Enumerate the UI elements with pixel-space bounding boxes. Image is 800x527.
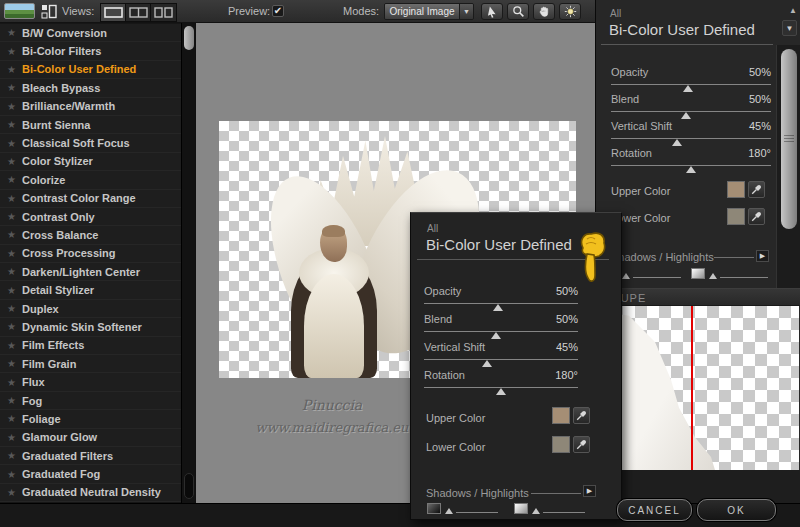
filter-list-item[interactable]: ★ Flux [0,373,181,391]
upper-color-swatch[interactable] [727,181,745,198]
filter-list-item[interactable]: ★ Graduated Fog [0,465,181,483]
upper-color-eyedropper-button[interactable] [748,181,765,198]
star-icon[interactable]: ★ [7,358,22,369]
pan-tool-button[interactable] [533,3,555,20]
star-icon[interactable]: ★ [7,82,22,93]
filter-list-item[interactable]: ★ Bi-Color User Defined [0,61,181,79]
filter-list-scrollbar[interactable] [181,23,195,503]
filter-list-item[interactable]: ★ Burnt Sienna [0,116,181,134]
filter-list-item[interactable]: ★ Graduated Filters [0,447,181,465]
slider-track[interactable] [424,359,578,360]
lower-color-swatch[interactable] [727,208,745,225]
star-icon[interactable]: ★ [7,321,22,332]
lightbulb-tool-button[interactable] [559,3,581,20]
highlight-slider-track[interactable] [543,512,585,513]
panel-scrollbar[interactable] [776,45,800,288]
star-icon[interactable]: ★ [7,285,22,296]
slider-track[interactable] [611,138,771,139]
shadow-slider-thumb[interactable] [622,273,630,279]
slider-thumb[interactable] [496,388,506,395]
star-icon[interactable]: ★ [7,229,22,240]
star-icon[interactable]: ★ [7,64,22,75]
star-icon[interactable]: ★ [7,340,22,351]
star-icon[interactable]: ★ [7,156,22,167]
filter-list-item[interactable]: ★ Duplex [0,300,181,318]
filter-list-item[interactable]: ★ Foliage [0,410,181,428]
star-icon[interactable]: ★ [7,377,22,388]
star-icon[interactable]: ★ [7,46,22,57]
star-icon[interactable]: ★ [7,450,22,461]
shadows-highlights-expander[interactable]: ▶ [583,485,596,497]
star-icon[interactable]: ★ [7,487,22,498]
star-icon[interactable]: ★ [7,211,22,222]
star-icon[interactable]: ★ [7,303,22,314]
slider-thumb[interactable] [686,166,696,173]
star-icon[interactable]: ★ [7,138,22,149]
star-icon[interactable]: ★ [7,174,22,185]
star-icon[interactable]: ★ [7,266,22,277]
ok-button[interactable]: OK [697,499,776,521]
scroll-up-button[interactable]: ▲ [787,4,799,16]
panel-scrollbar-thumb[interactable] [781,49,797,229]
star-icon[interactable]: ★ [7,193,22,204]
filter-list-item[interactable]: ★ Graduated Neutral Density [0,484,181,502]
filter-list-item[interactable]: ★ Contrast Only [0,208,181,226]
preview-checkbox[interactable]: ✔ [272,5,284,17]
star-icon[interactable]: ★ [7,432,22,443]
slider-thumb[interactable] [493,304,503,311]
filter-list-item[interactable]: ★ B/W Conversion [0,24,181,42]
star-icon[interactable]: ★ [7,27,22,38]
filter-list-item[interactable]: ★ Brilliance/Warmth [0,98,181,116]
slider-thumb[interactable] [482,360,492,367]
lower-color-eyedropper-button[interactable] [573,436,590,453]
layout-views-icon[interactable] [41,4,57,19]
image-thumbnail-icon[interactable] [4,3,35,19]
star-icon[interactable]: ★ [7,101,22,112]
shadow-slider-track[interactable] [633,277,681,278]
star-icon[interactable]: ★ [7,248,22,259]
filter-list-item[interactable]: ★ Bleach Bypass [0,79,181,97]
filter-list-item[interactable]: ★ Classical Soft Focus [0,134,181,152]
star-icon[interactable]: ★ [7,119,22,130]
modes-dropdown[interactable]: Original Image ▼ [384,3,474,20]
shadow-slider-thumb[interactable] [445,508,453,514]
filter-list-item[interactable]: ★ Bi-Color Filters [0,42,181,60]
filter-list-item[interactable]: ★ Glamour Glow [0,429,181,447]
lower-color-eyedropper-button[interactable] [748,208,765,225]
filter-list-item[interactable]: ★ Colorize [0,171,181,189]
filter-list-item[interactable]: ★ Cross Balance [0,226,181,244]
zoom-tool-button[interactable] [507,3,529,20]
highlight-swatch[interactable] [514,503,528,514]
select-tool-button[interactable] [481,3,503,20]
highlight-slider-thumb[interactable] [532,508,540,514]
upper-color-swatch[interactable] [552,407,570,424]
shadows-highlights-expander[interactable]: ▶ [756,250,769,262]
lower-color-swatch[interactable] [552,436,570,453]
star-icon[interactable]: ★ [7,413,22,424]
filter-list-item[interactable]: ★ Cross Processing [0,245,181,263]
filter-list-item[interactable]: ★ Film Effects [0,337,181,355]
shadow-slider-track[interactable] [456,512,498,513]
chevron-down-icon[interactable]: ▼ [459,4,473,19]
filter-list-item[interactable]: ★ Film Grain [0,355,181,373]
filter-list-item[interactable]: ★ Detail Stylizer [0,281,181,299]
filter-list-item[interactable]: ★ Darken/Lighten Center [0,263,181,281]
star-icon[interactable]: ★ [7,395,22,406]
view-single-button[interactable] [101,4,126,21]
floating-settings-panel[interactable]: All Bi-Color User Defined Opacity 50% Bl… [410,212,622,520]
cancel-button[interactable]: CANCEL [617,499,692,521]
slider-thumb[interactable] [491,332,501,339]
highlight-slider-track[interactable] [720,277,768,278]
view-side-by-side-button[interactable] [151,4,176,21]
filter-list-item[interactable]: ★ Contrast Color Range [0,190,181,208]
shadow-swatch[interactable] [427,503,441,514]
star-icon[interactable]: ★ [7,469,22,480]
filter-list-item[interactable]: ★ Fog [0,392,181,410]
filter-list-item[interactable]: ★ Color Stylizer [0,153,181,171]
view-split-button[interactable] [126,4,151,21]
highlight-slider-thumb[interactable] [709,273,717,279]
upper-color-eyedropper-button[interactable] [573,407,590,424]
scrollbar-end-cap[interactable] [184,473,194,499]
scrollbar-thumb[interactable] [184,26,194,50]
highlight-swatch[interactable] [691,268,705,279]
